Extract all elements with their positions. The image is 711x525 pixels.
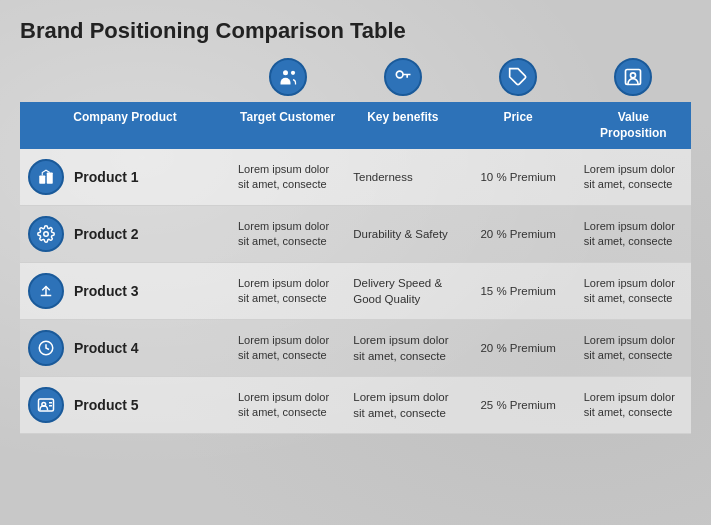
benefits-cell-5: Lorem ipsum dolor sit amet, consecte <box>345 377 460 433</box>
icon-row <box>20 58 691 102</box>
header-benefits: Key benefits <box>345 102 460 149</box>
value-cell-1: Lorem ipsum dolor sit amet, consecte <box>576 149 691 205</box>
price-cell-3: 15 % Premium <box>461 263 576 319</box>
target-cell-3: Lorem ipsum dolor sit amet, consecte <box>230 263 345 319</box>
product-cell-4: Product 4 <box>20 320 230 376</box>
product-cell-5: Product 5 <box>20 377 230 433</box>
product-name-1: Product 1 <box>74 169 139 185</box>
target-cell-5: Lorem ipsum dolor sit amet, consecte <box>230 377 345 433</box>
page-container: Brand Positioning Comparison Table <box>0 0 711 444</box>
icon-cell-target <box>230 58 345 102</box>
table-row: Product 4 Lorem ipsum dolor sit amet, co… <box>20 320 691 377</box>
data-rows: Product 1 Lorem ipsum dolor sit amet, co… <box>20 149 691 434</box>
icon-cell-benefits <box>345 58 460 102</box>
header-target: Target Customer <box>230 102 345 149</box>
product-icon-1 <box>28 159 64 195</box>
page-title: Brand Positioning Comparison Table <box>20 18 691 44</box>
header-company: Company Product <box>20 102 230 149</box>
target-cell-1: Lorem ipsum dolor sit amet, consecte <box>230 149 345 205</box>
svg-point-0 <box>283 70 288 75</box>
product-icon-2 <box>28 216 64 252</box>
svg-point-2 <box>396 71 403 78</box>
product-cell-1: Product 1 <box>20 149 230 205</box>
comparison-table: Company Product Target Customer Key bene… <box>20 58 691 434</box>
value-icon <box>614 58 652 96</box>
table-row: Product 3 Lorem ipsum dolor sit amet, co… <box>20 263 691 320</box>
value-cell-5: Lorem ipsum dolor sit amet, consecte <box>576 377 691 433</box>
table-row: Product 1 Lorem ipsum dolor sit amet, co… <box>20 149 691 206</box>
value-cell-3: Lorem ipsum dolor sit amet, consecte <box>576 263 691 319</box>
svg-point-1 <box>291 71 295 75</box>
key-icon <box>384 58 422 96</box>
table-row: Product 2 Lorem ipsum dolor sit amet, co… <box>20 206 691 263</box>
benefits-cell-3: Delivery Speed & Good Quality <box>345 263 460 319</box>
price-cell-5: 25 % Premium <box>461 377 576 433</box>
product-icon-4 <box>28 330 64 366</box>
value-cell-4: Lorem ipsum dolor sit amet, consecte <box>576 320 691 376</box>
icon-spacer <box>20 58 230 102</box>
price-cell-1: 10 % Premium <box>461 149 576 205</box>
table-row: Product 5 Lorem ipsum dolor sit amet, co… <box>20 377 691 434</box>
product-cell-2: Product 2 <box>20 206 230 262</box>
header-price: Price <box>461 102 576 149</box>
header-row: Company Product Target Customer Key bene… <box>20 102 691 149</box>
product-name-5: Product 5 <box>74 397 139 413</box>
svg-rect-7 <box>47 173 53 184</box>
target-cell-4: Lorem ipsum dolor sit amet, consecte <box>230 320 345 376</box>
target-cell-2: Lorem ipsum dolor sit amet, consecte <box>230 206 345 262</box>
icon-cell-value <box>576 58 691 102</box>
price-icon <box>499 58 537 96</box>
svg-rect-6 <box>39 176 45 184</box>
product-icon-3 <box>28 273 64 309</box>
price-cell-4: 20 % Premium <box>461 320 576 376</box>
benefits-cell-4: Lorem ipsum dolor sit amet, consecte <box>345 320 460 376</box>
product-name-3: Product 3 <box>74 283 139 299</box>
target-icon <box>269 58 307 96</box>
benefits-cell-1: Tenderness <box>345 149 460 205</box>
product-cell-3: Product 3 <box>20 263 230 319</box>
header-value: ValueProposition <box>576 102 691 149</box>
svg-point-8 <box>44 232 49 237</box>
price-cell-2: 20 % Premium <box>461 206 576 262</box>
icon-cells <box>230 58 691 102</box>
product-name-4: Product 4 <box>74 340 139 356</box>
value-cell-2: Lorem ipsum dolor sit amet, consecte <box>576 206 691 262</box>
svg-point-5 <box>631 73 636 78</box>
product-icon-5 <box>28 387 64 423</box>
product-name-2: Product 2 <box>74 226 139 242</box>
icon-cell-price <box>461 58 576 102</box>
benefits-cell-2: Durability & Safety <box>345 206 460 262</box>
